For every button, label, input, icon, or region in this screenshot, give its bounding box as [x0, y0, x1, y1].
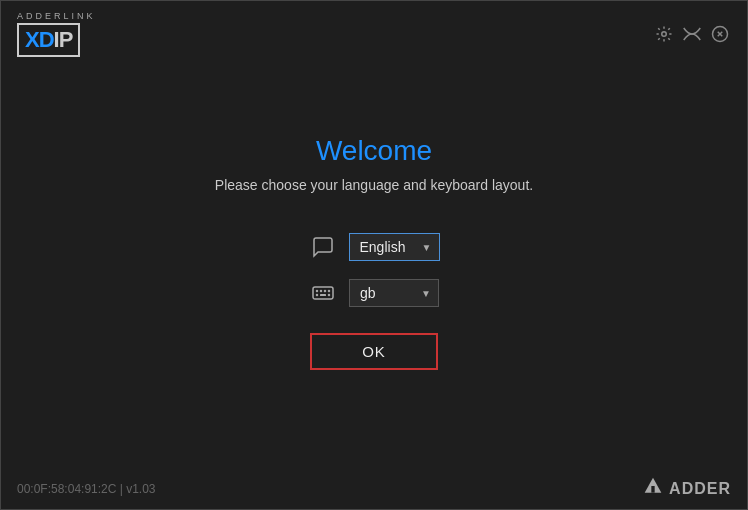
- main-window: ADDERLINK XD IP: [0, 0, 748, 510]
- svg-point-16: [317, 295, 318, 296]
- language-row: English French German Spanish Italian ▼: [309, 233, 440, 261]
- subtitle: Please choose your language and keyboard…: [215, 177, 533, 193]
- language-select[interactable]: English French German Spanish Italian: [349, 233, 440, 261]
- svg-rect-20: [651, 486, 654, 493]
- adder-logo-icon: [643, 476, 663, 501]
- logo-ip: IP: [54, 27, 73, 53]
- keyboard-dropdown-wrapper: gb us de fr es ▼: [349, 279, 439, 307]
- brand-name: ADDERLINK: [17, 11, 96, 21]
- logo-box: XD IP: [17, 23, 80, 57]
- svg-point-0: [662, 32, 667, 37]
- adder-brand: ADDER: [643, 476, 731, 501]
- adder-brand-name: ADDER: [669, 480, 731, 498]
- ok-button[interactable]: OK: [310, 333, 438, 370]
- window-controls: [653, 23, 731, 45]
- settings-button[interactable]: [653, 23, 675, 45]
- logo-xd: XD: [25, 27, 54, 53]
- keyboard-select[interactable]: gb us de fr es: [349, 279, 439, 307]
- language-dropdown-wrapper: English French German Spanish Italian ▼: [349, 233, 440, 261]
- minimize-button[interactable]: [681, 23, 703, 45]
- keyboard-row: gb us de fr es ▼: [309, 279, 439, 307]
- svg-rect-4: [313, 287, 333, 299]
- svg-rect-18: [320, 294, 326, 296]
- svg-point-13: [321, 291, 322, 292]
- close-button[interactable]: [709, 23, 731, 45]
- welcome-title: Welcome: [316, 135, 432, 167]
- svg-point-12: [317, 291, 318, 292]
- top-bar: ADDERLINK XD IP: [1, 1, 747, 67]
- logo-area: ADDERLINK XD IP: [17, 11, 96, 57]
- keyboard-icon: [309, 279, 337, 307]
- form-area: English French German Spanish Italian ▼: [309, 233, 440, 370]
- svg-point-14: [325, 291, 326, 292]
- main-content: Welcome Please choose your language and …: [1, 67, 747, 468]
- svg-point-15: [329, 291, 330, 292]
- svg-point-17: [329, 295, 330, 296]
- mac-version-label: 00:0F:58:04:91:2C | v1.03: [17, 482, 156, 496]
- bottom-bar: 00:0F:58:04:91:2C | v1.03 ADDER: [1, 468, 747, 509]
- speech-bubble-icon: [309, 233, 337, 261]
